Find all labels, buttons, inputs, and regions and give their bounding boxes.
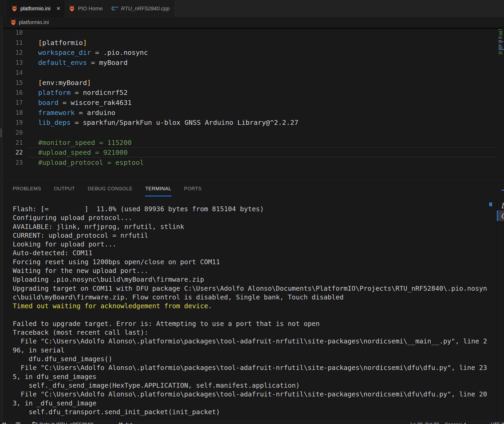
editor-line-20[interactable]: 20 — [2, 127, 504, 138]
minimap-line — [498, 36, 499, 36]
panel-action-fragment — [502, 190, 504, 191]
line-number: 15 — [2, 78, 23, 88]
folder-icon — [32, 423, 37, 424]
terminal-line: Configuring upload protocol... — [13, 213, 499, 222]
minimap-line — [498, 52, 502, 53]
tabbar-lead-spacer — [0, 0, 7, 17]
editor-line-23[interactable]: 23#upload_protocol = esptool — [2, 157, 504, 167]
close-icon[interactable]: × — [56, 5, 60, 12]
terminal-line: 96, in serial — [13, 346, 499, 355]
tab-rtu-nrf52840-cpp[interactable]: C++RTU_nRF52840.cpp — [107, 0, 174, 17]
status-item-label: Spaces: 4 — [445, 422, 466, 424]
status-item-label: Ln 22, Col 22 — [411, 422, 439, 424]
minimap-line — [498, 37, 502, 37]
line-code: #upload_speed = 921000 — [38, 147, 128, 157]
editor-line-13[interactable]: 13default_envs = myBoard — [2, 58, 504, 68]
editor-line-10[interactable]: 10 — [2, 28, 504, 38]
line-code: workspace_dir = .pio.nosync — [38, 47, 148, 58]
cpp-file-icon: C++ — [111, 6, 118, 12]
line-number: 12 — [2, 47, 23, 58]
editor-tab-bar: platformio.ini×PIO HomeC++RTU_nRF52840.c… — [0, 0, 504, 17]
line-number: 19 — [2, 117, 23, 127]
minimap-line — [498, 42, 502, 43]
status-item-launch-1[interactable] — [16, 421, 20, 424]
terminal-line: Looking for upload port... — [13, 240, 499, 249]
launch-icon — [16, 422, 20, 424]
status-item-utf-8[interactable]: UTF-8 — [491, 421, 504, 424]
minimap-line — [499, 34, 503, 34]
panel-tab-output[interactable]: OUTPUT — [54, 181, 75, 196]
minimap-line — [498, 41, 503, 42]
status-item-label: Aut — [125, 422, 132, 424]
panel-tab-bar: PROBLEMSOUTPUTDEBUG CONSOLETERMINALPORTS — [2, 181, 504, 196]
line-number: 23 — [2, 157, 23, 167]
status-item-spaces-4[interactable]: Spaces: 4 — [445, 421, 466, 424]
minimap-line — [499, 31, 502, 32]
terminal-list-item[interactable]: D — [497, 201, 504, 210]
status-item-aut[interactable]: Aut — [119, 421, 132, 424]
line-number: 10 — [2, 28, 23, 38]
editor-line-16[interactable]: 16platform = nordicnrf52 — [2, 87, 504, 98]
left-sidebar-indicator — [0, 128, 2, 137]
terminal-line: 3, in _dfu_send_image — [13, 399, 499, 408]
minimap[interactable] — [498, 29, 504, 55]
line-code: [platformio] — [38, 38, 87, 48]
panel-tab-debug-console[interactable]: DEBUG CONSOLE — [88, 181, 132, 196]
terminal-line: File "C:\Users\Adolfo Alonso\.platformio… — [13, 390, 499, 399]
editor-line-19[interactable]: 19lib_deps = sparkfun/SparkFun u-blox GN… — [2, 117, 504, 127]
minimap-line — [499, 35, 502, 35]
line-number: 21 — [2, 138, 23, 148]
terminal-line: Waiting for the new upload port... — [13, 266, 499, 275]
terminal-list-item-selected[interactable]: C — [497, 210, 504, 221]
tab-label: PIO Home — [78, 6, 102, 12]
tab-platformio-ini[interactable]: platformio.ini× — [7, 0, 65, 17]
tab-label: RTU_nRF52840.cpp — [121, 6, 170, 12]
terminal-scrollbar-mark[interactable] — [489, 202, 492, 206]
breadcrumb-file-label: platformio.ini — [19, 19, 49, 25]
panel-tab-ports[interactable]: PORTS — [184, 181, 202, 196]
code-editor[interactable]: 1011[platformio]12workspace_dir = .pio.n… — [2, 28, 504, 181]
minimap-line — [498, 38, 502, 39]
line-number: 18 — [2, 108, 23, 118]
terminal-line: self._dfu_send_image(HexType.APPLICATION… — [13, 381, 499, 390]
panel-tab-terminal[interactable]: TERMINAL — [145, 181, 171, 196]
line-number: 14 — [2, 68, 23, 78]
minimap-line — [499, 33, 502, 33]
minimap-line — [498, 30, 499, 31]
status-item-label: UTF-8 — [491, 422, 504, 424]
panel-tab-problems[interactable]: PROBLEMS — [13, 181, 41, 196]
status-item-default-rtu-nrf52840[interactable]: Default (RTU_nRF52840) — [32, 421, 94, 424]
vscode-window: platformio.ini×PIO HomeC++RTU_nRF52840.c… — [0, 0, 504, 424]
editor-line-14[interactable]: 14 — [2, 68, 504, 78]
line-code: #monitor_speed = 115200 — [38, 138, 132, 148]
line-number: 11 — [2, 38, 23, 48]
terminal-line: self.dfu_transport.send_init_packet(init… — [13, 408, 499, 416]
minimap-line — [498, 49, 504, 50]
line-number: 20 — [2, 127, 23, 138]
terminal-line: Upgrading target on COM11 with DFU packa… — [13, 284, 499, 293]
breadcrumb[interactable]: platformio.ini — [2, 17, 504, 28]
terminal-line: Uploading .pio.nosync\build\myBoard\firm… — [13, 275, 499, 284]
minimap-line — [498, 47, 503, 47]
terminal-line: Traceback (most recent call last): — [13, 328, 499, 337]
tab-pio-home[interactable]: PIO Home — [65, 0, 107, 17]
editor-line-15[interactable]: 15[env:myBoard] — [2, 78, 504, 88]
editor-line-18[interactable]: 18framework = arduino — [2, 108, 504, 118]
terminal-tabs-list[interactable]: DC — [497, 197, 504, 421]
status-bar: Default (RTU_nRF52840)AutLn 22, Col 22Sp… — [0, 421, 504, 424]
editor-line-21[interactable]: 21#monitor_speed = 115200 — [2, 138, 504, 148]
editor-line-12[interactable]: 12workspace_dir = .pio.nosync — [2, 47, 504, 58]
terminal-output[interactable]: Flash: [= ] 11.0% (used 89936 bytes from… — [13, 205, 499, 416]
editor-line-17[interactable]: 17board = wiscore_rak4631 — [2, 98, 504, 108]
terminal-line: c\build\myBoard\firmware.zip. Flow contr… — [13, 293, 499, 302]
editor-line-11[interactable]: 11[platformio] — [2, 38, 504, 48]
left-sidebar-sliver — [0, 17, 3, 424]
status-item-ln-22-col-22[interactable]: Ln 22, Col 22 — [411, 421, 439, 424]
minimap-line — [498, 48, 502, 48]
editor-line-22[interactable]: 22#upload_speed = 921000 — [2, 147, 504, 157]
minimap-line — [498, 54, 503, 54]
terminal-line: File "C:\Users\Adolfo Alonso\.platformio… — [13, 363, 499, 372]
status-item-plug-0[interactable] — [2, 421, 6, 424]
line-code: framework = arduino — [38, 108, 115, 118]
line-number: 16 — [2, 87, 23, 98]
